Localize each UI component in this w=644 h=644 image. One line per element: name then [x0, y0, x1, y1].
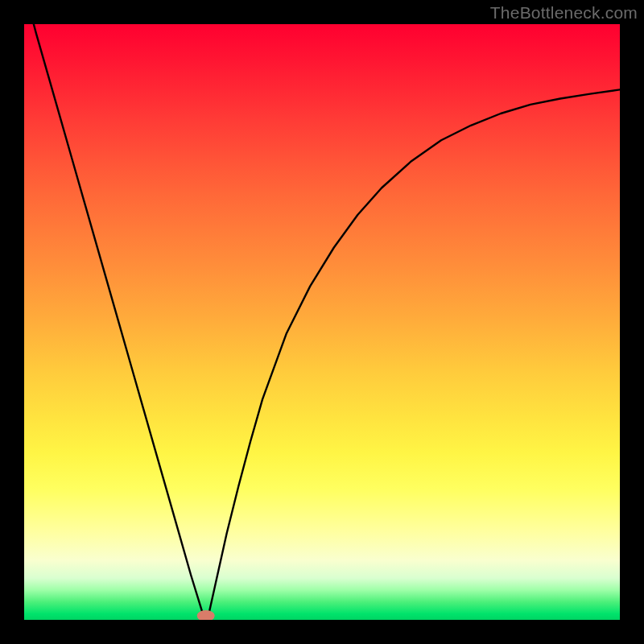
bottleneck-curve: [24, 24, 620, 620]
curve-svg: [24, 24, 620, 620]
plot-area: [24, 24, 620, 620]
watermark-text: TheBottleneck.com: [490, 3, 638, 23]
optimum-marker: [197, 610, 215, 620]
chart-frame: TheBottleneck.com: [0, 0, 644, 644]
